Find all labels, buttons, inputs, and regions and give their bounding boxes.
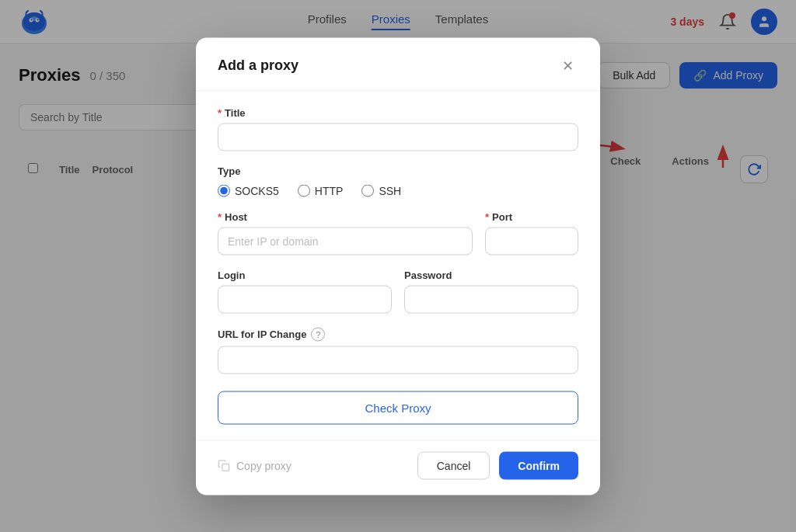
host-field-group: *Host — [218, 210, 473, 255]
ssh-label: SSH — [379, 184, 401, 196]
title-field-group: *Title — [218, 106, 578, 151]
add-proxy-modal: Add a proxy ✕ *Title Type SOCKS5 HTTP — [196, 37, 600, 495]
host-port-row: *Host *Port — [218, 210, 578, 255]
modal-title: Add a proxy — [218, 57, 298, 74]
url-label: URL for IP Change — [218, 329, 306, 340]
modal-body: *Title Type SOCKS5 HTTP SSH — [196, 91, 600, 440]
http-label: HTTP — [315, 184, 344, 196]
port-label: *Port — [485, 210, 578, 222]
login-input[interactable] — [218, 285, 392, 313]
url-field-group: URL for IP Change ? — [218, 327, 578, 374]
login-label: Login — [218, 269, 392, 280]
confirm-button[interactable]: Confirm — [499, 451, 578, 479]
port-field-group: *Port — [485, 210, 578, 255]
required-star-host: * — [218, 210, 222, 222]
modal-footer: Copy proxy Cancel Confirm — [196, 440, 600, 495]
svg-rect-8 — [222, 464, 229, 471]
copy-proxy-label: Copy proxy — [236, 459, 292, 471]
title-label: *Title — [218, 106, 578, 118]
radio-group: SOCKS5 HTTP SSH — [218, 184, 578, 196]
cancel-button[interactable]: Cancel — [417, 451, 491, 479]
url-input[interactable] — [218, 346, 578, 374]
type-label: Type — [218, 165, 578, 176]
host-label: *Host — [218, 210, 473, 222]
required-star: * — [218, 106, 222, 118]
password-field-group: Password — [404, 269, 578, 313]
footer-right: Cancel Confirm — [417, 451, 578, 479]
password-input[interactable] — [404, 285, 578, 313]
host-input[interactable] — [218, 227, 473, 255]
port-input[interactable] — [485, 227, 578, 255]
copy-proxy-button: Copy proxy — [218, 459, 292, 471]
login-field-group: Login — [218, 269, 392, 313]
check-proxy-button[interactable]: Check Proxy — [218, 391, 578, 424]
socks5-label: SOCKS5 — [235, 184, 279, 196]
url-label-wrap: URL for IP Change ? — [218, 327, 578, 341]
title-input[interactable] — [218, 123, 578, 151]
radio-http[interactable]: HTTP — [298, 184, 344, 196]
help-icon[interactable]: ? — [311, 327, 325, 341]
radio-ssh-input[interactable] — [361, 184, 374, 196]
type-group: Type SOCKS5 HTTP SSH — [218, 165, 578, 196]
login-password-row: Login Password — [218, 269, 578, 313]
radio-http-input[interactable] — [298, 184, 310, 196]
modal-close-button[interactable]: ✕ — [557, 54, 578, 76]
required-star-port: * — [485, 210, 489, 222]
password-label: Password — [404, 269, 578, 280]
radio-ssh[interactable]: SSH — [361, 184, 401, 196]
radio-socks5-input[interactable] — [218, 184, 230, 196]
radio-socks5[interactable]: SOCKS5 — [218, 184, 279, 196]
modal-header: Add a proxy ✕ — [196, 37, 600, 91]
